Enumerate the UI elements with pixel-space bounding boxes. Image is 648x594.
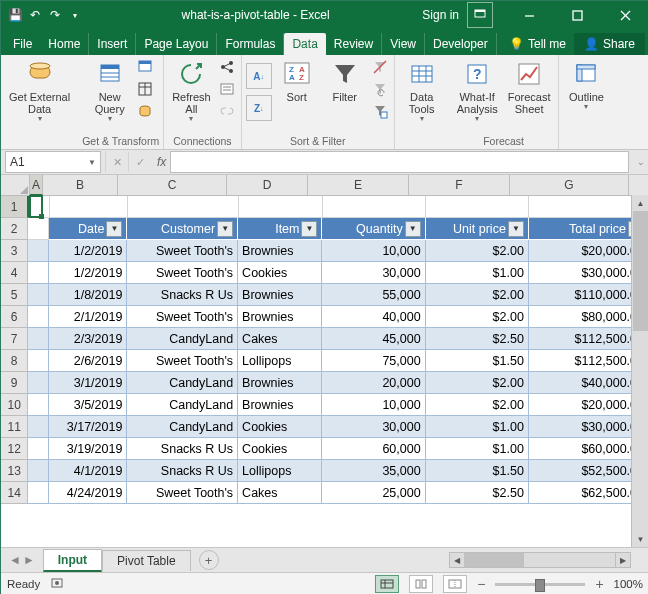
tab-developer[interactable]: Developer <box>425 33 497 55</box>
tell-me[interactable]: 💡Tell me <box>501 33 574 55</box>
row-header-4[interactable]: 4 <box>1 262 28 284</box>
col-header-d[interactable]: D <box>227 175 308 195</box>
cell-customer[interactable]: Sweet Tooth's <box>127 350 238 372</box>
cell-unit[interactable]: $2.50 <box>426 482 529 504</box>
cell-unit[interactable]: $2.00 <box>426 306 529 328</box>
table-header-customer[interactable]: Customer▼ <box>127 218 238 240</box>
cell-customer[interactable]: CandyLand <box>127 394 238 416</box>
edit-links-icon[interactable] <box>217 101 237 121</box>
tab-insert[interactable]: Insert <box>89 33 136 55</box>
prev-sheet-icon[interactable]: ◄ <box>9 553 21 567</box>
cell[interactable] <box>28 350 48 372</box>
cell-date[interactable]: 2/1/2019 <box>49 306 128 328</box>
maximize-button[interactable] <box>557 1 597 29</box>
forecast-sheet-button[interactable]: Forecast Sheet <box>504 57 555 117</box>
row-header-6[interactable]: 6 <box>1 306 28 328</box>
cell-customer[interactable]: Sweet Tooth's <box>127 482 238 504</box>
reapply-icon[interactable] <box>370 79 390 99</box>
formula-input[interactable] <box>170 151 629 173</box>
cell[interactable] <box>28 460 48 482</box>
from-table-icon[interactable] <box>135 79 155 99</box>
next-sheet-icon[interactable]: ► <box>23 553 35 567</box>
scroll-right-icon[interactable]: ▶ <box>615 553 630 567</box>
cell-customer[interactable]: Snacks R Us <box>127 460 238 482</box>
cell-unit[interactable]: $2.00 <box>426 394 529 416</box>
row-header-11[interactable]: 11 <box>1 416 28 438</box>
col-header-a[interactable]: A <box>30 175 43 196</box>
fx-icon[interactable]: fx <box>157 155 166 169</box>
undo-icon[interactable]: ↶ <box>27 7 43 23</box>
share-button[interactable]: 👤Share <box>574 33 645 55</box>
cell-qty[interactable]: 25,000 <box>322 482 425 504</box>
filter-button[interactable]: Filter <box>322 57 368 105</box>
cell[interactable] <box>28 306 48 328</box>
cell-date[interactable]: 3/17/2019 <box>49 416 128 438</box>
cell[interactable] <box>426 196 529 218</box>
enter-formula-icon[interactable]: ✓ <box>128 152 151 172</box>
cell-item[interactable]: Lollipops <box>238 350 322 372</box>
cell[interactable] <box>239 196 323 218</box>
row-header-12[interactable]: 12 <box>1 438 28 460</box>
minimize-button[interactable] <box>509 1 549 29</box>
tab-home[interactable]: Home <box>40 33 89 55</box>
cell-unit[interactable]: $1.00 <box>426 262 529 284</box>
col-header-b[interactable]: B <box>43 175 118 195</box>
row-header-2[interactable]: 2 <box>1 218 28 240</box>
cell-date[interactable]: 4/24/2019 <box>49 482 128 504</box>
name-box[interactable]: A1▼ <box>5 151 101 173</box>
sort-za-icon[interactable]: Z↓ <box>246 95 272 121</box>
cell[interactable] <box>29 196 49 218</box>
connections-icon[interactable] <box>217 57 237 77</box>
zoom-level[interactable]: 100% <box>614 578 643 590</box>
cell-date[interactable]: 4/1/2019 <box>49 460 128 482</box>
cell[interactable] <box>50 196 129 218</box>
cell-date[interactable]: 3/1/2019 <box>49 372 128 394</box>
cell-unit[interactable]: $2.00 <box>426 372 529 394</box>
row-header-9[interactable]: 9 <box>1 372 28 394</box>
cell-item[interactable]: Brownies <box>238 240 322 262</box>
cell-item[interactable]: Cookies <box>238 416 322 438</box>
tab-page-layout[interactable]: Page Layou <box>136 33 217 55</box>
cell-item[interactable]: Brownies <box>238 394 322 416</box>
refresh-all-button[interactable]: Refresh All▾ <box>168 57 215 126</box>
save-icon[interactable]: 💾 <box>7 7 23 23</box>
row-header-1[interactable]: 1 <box>1 196 29 218</box>
cell-date[interactable]: 1/2/2019 <box>49 262 128 284</box>
table-header-qty[interactable]: Quantity▼ <box>322 218 425 240</box>
table-header-item[interactable]: Item▼ <box>238 218 322 240</box>
cell-unit[interactable]: $1.50 <box>426 460 529 482</box>
sheet-tab-pivot[interactable]: Pivot Table <box>102 550 190 571</box>
cell[interactable] <box>28 416 48 438</box>
col-header-g[interactable]: G <box>510 175 629 195</box>
expand-fbar-icon[interactable]: ⌄ <box>633 157 648 167</box>
cell[interactable] <box>28 438 48 460</box>
cell-customer[interactable]: Sweet Tooth's <box>127 262 238 284</box>
cancel-formula-icon[interactable]: ✕ <box>105 152 128 172</box>
filter-dropdown-icon[interactable]: ▼ <box>106 221 122 237</box>
properties-icon[interactable] <box>217 79 237 99</box>
cell-date[interactable]: 2/3/2019 <box>49 328 128 350</box>
sort-button[interactable]: ZAAZ Sort <box>274 57 320 105</box>
cell[interactable] <box>28 218 48 240</box>
cell-qty[interactable]: 40,000 <box>322 306 425 328</box>
show-queries-icon[interactable] <box>135 57 155 77</box>
tab-view[interactable]: View <box>382 33 425 55</box>
cell-unit[interactable]: $1.00 <box>426 416 529 438</box>
cell-qty[interactable]: 30,000 <box>322 262 425 284</box>
vertical-scrollbar[interactable]: ▲ ▼ <box>631 195 648 547</box>
filter-dropdown-icon[interactable]: ▼ <box>301 221 317 237</box>
ribbon-options-icon[interactable] <box>467 2 493 28</box>
select-all-corner[interactable] <box>1 175 30 195</box>
table-header-unit[interactable]: Unit price▼ <box>426 218 529 240</box>
tab-formulas[interactable]: Formulas <box>217 33 284 55</box>
zoom-slider[interactable] <box>495 583 585 586</box>
cell-customer[interactable]: CandyLand <box>127 416 238 438</box>
what-if-button[interactable]: ? What-If Analysis▾ <box>453 57 502 126</box>
cell-qty[interactable]: 45,000 <box>322 328 425 350</box>
cell-item[interactable]: Brownies <box>238 372 322 394</box>
cell-item[interactable]: Brownies <box>238 284 322 306</box>
macro-record-icon[interactable] <box>50 576 64 592</box>
row-header-5[interactable]: 5 <box>1 284 28 306</box>
scroll-thumb[interactable] <box>633 211 648 331</box>
cell[interactable] <box>28 372 48 394</box>
